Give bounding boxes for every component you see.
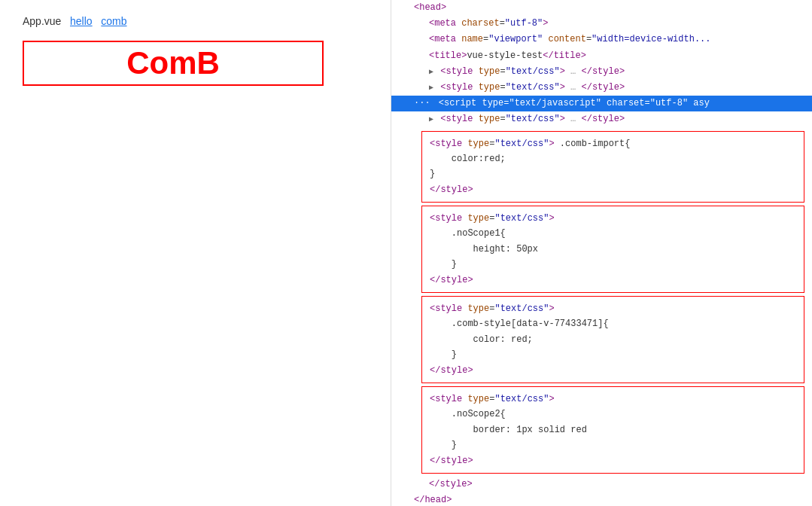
- left-panel: App.vue hello comb ComB: [0, 0, 391, 506]
- style-close-standalone: </style>: [391, 477, 812, 492]
- comb-style-line-3: color: red;: [430, 332, 796, 347]
- meta-charset-line: <meta charset="utf-8">: [391, 16, 812, 32]
- style-collapsed-1[interactable]: ▶ <style type="text/css"> … </style>: [391, 64, 812, 80]
- noScope1-line-3: height: 50px: [430, 242, 796, 257]
- noScope1-line-4: }: [430, 257, 796, 272]
- noScope2-line-2: .noScope2{: [430, 407, 796, 422]
- noScope2-line-5: </style>: [430, 453, 796, 468]
- style-collapsed-3[interactable]: ▶ <style type="text/css"> … </style>: [391, 111, 812, 127]
- head-close-line: </head>: [391, 492, 812, 506]
- noScope2-line-3: border: 1px solid red: [430, 422, 796, 437]
- title-line: <title>vue-style-test</title>: [391, 48, 812, 64]
- comb-style-block: <style type="text/css"> .comb-style[data…: [421, 296, 804, 383]
- comb-import-line-3: }: [430, 166, 796, 181]
- noScope1-line-5: </style>: [430, 273, 796, 288]
- comb-import-line-1: <style type="text/css"> .comb-import{: [430, 136, 796, 151]
- right-panel: <head> <meta charset="utf-8"> <meta name…: [391, 0, 812, 506]
- comb-style-line-4: }: [430, 347, 796, 362]
- head-open-line: <head>: [391, 0, 812, 16]
- comb-link[interactable]: comb: [101, 15, 126, 27]
- comb-display-text: ComB: [126, 45, 220, 81]
- noScope1-line-1: <style type="text/css">: [430, 211, 796, 226]
- app-vue-label: App.vue: [23, 15, 61, 27]
- noScope2-line-1: <style type="text/css">: [430, 392, 796, 407]
- script-highlighted-line[interactable]: ··· <script type="text/javascript" chars…: [391, 96, 812, 111]
- meta-viewport-line: <meta name="viewport" content="width=dev…: [391, 32, 812, 47]
- comb-style-line-5: </style>: [430, 363, 796, 378]
- style-collapsed-2[interactable]: ▶ <style type="text/css"> … </style>: [391, 80, 812, 96]
- noScope2-line-4: }: [430, 437, 796, 453]
- comb-box: ComB: [23, 41, 324, 86]
- comb-style-line-2: .comb-style[data-v-77433471]{: [430, 316, 796, 331]
- noScope1-line-2: .noScope1{: [430, 226, 796, 241]
- noScope1-block: <style type="text/css"> .noScope1{ heigh…: [421, 206, 804, 293]
- comb-import-line-2: color:red;: [430, 151, 796, 166]
- comb-import-block: <style type="text/css"> .comb-import{ co…: [421, 131, 804, 203]
- noScope2-block: <style type="text/css"> .noScope2{ borde…: [421, 386, 804, 474]
- app-link-line: App.vue hello comb: [23, 15, 368, 27]
- comb-style-line-1: <style type="text/css">: [430, 301, 796, 316]
- hello-link[interactable]: hello: [70, 15, 93, 27]
- comb-import-line-4: </style>: [430, 182, 796, 197]
